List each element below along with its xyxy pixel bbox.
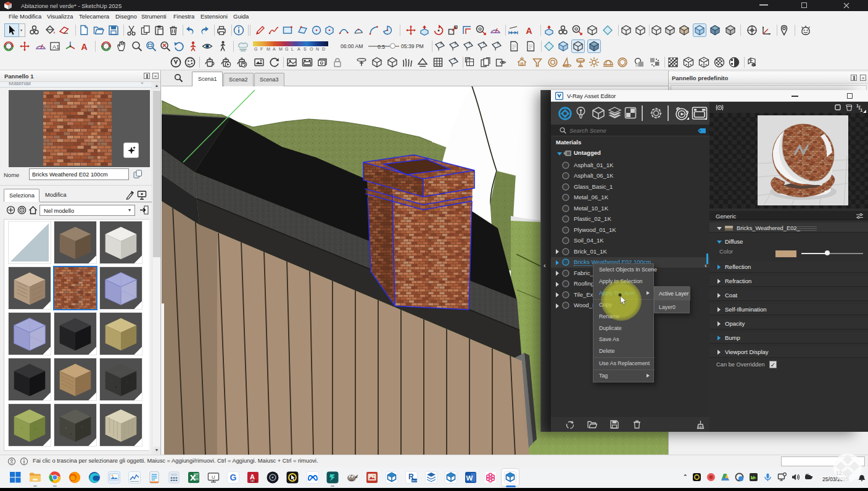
svg-text:CAD: CAD xyxy=(250,480,255,482)
svg-text:G: G xyxy=(230,472,237,482)
svg-text:RVT: RVT xyxy=(412,479,418,482)
svg-text:W: W xyxy=(466,474,473,482)
svg-text:U: U xyxy=(212,474,215,480)
svg-text:A: A xyxy=(250,473,255,481)
